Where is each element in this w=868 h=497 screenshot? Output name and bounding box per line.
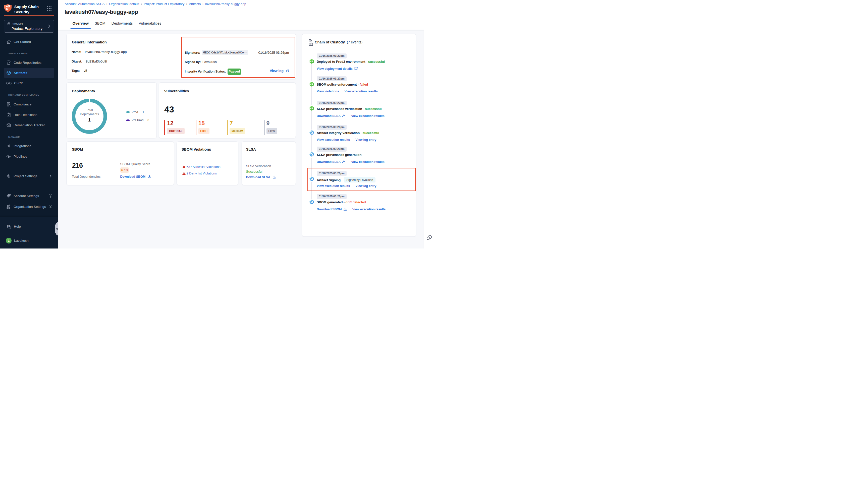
svg-text:?: ? — [8, 225, 9, 227]
